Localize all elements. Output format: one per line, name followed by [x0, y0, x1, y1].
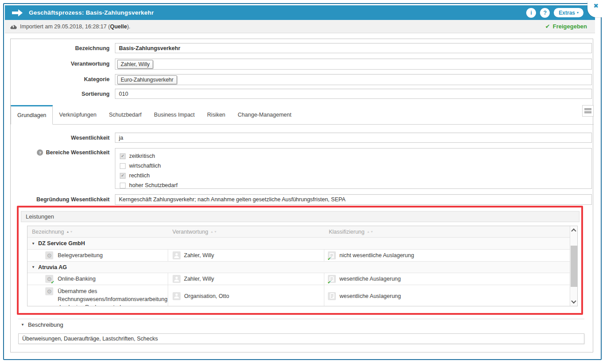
page-title: Geschäftsprozess: Basis-Zahlungsverkehr — [29, 9, 154, 16]
sort-asc-icon[interactable]: ▲ — [66, 230, 69, 233]
classification-doc-icon: ✔ — [328, 251, 336, 259]
close-icon[interactable]: ✖ — [593, 2, 599, 9]
geschaeftsprozess-dialog: Geschäftsprozess: Basis-Zahlungsverkehr … — [5, 5, 595, 356]
verantwortung-label: Verantwortung — [11, 61, 110, 67]
help-icon[interactable]: ? — [540, 8, 550, 18]
info-icon[interactable]: i — [526, 8, 536, 18]
table-row[interactable]: ⚙ Belegverarbeitung Zahler, Willy — [28, 250, 570, 262]
table-scrollbar[interactable] — [570, 226, 577, 306]
check-icon: ✔ — [545, 23, 550, 30]
checkbox-row-wirtschaftlich: wirtschaftlich — [120, 161, 587, 171]
green-check-icon: ✔ — [327, 256, 331, 261]
bereiche-label-row: ? Bereiche Wesentlichkeit — [11, 149, 110, 156]
beschreibung-title: Beschreibung — [28, 321, 63, 328]
beschreibung-toggle[interactable]: ▼ Beschreibung — [21, 321, 63, 328]
checkbox-row-zeitkritisch: ✔ zeitkritisch — [120, 151, 587, 161]
group-row-dz-service[interactable]: ▼ DZ Service GmbH — [28, 238, 570, 250]
bereiche-checkbox-group: ✔ zeitkritisch wirtschaftlich ✔ rechtlic… — [115, 148, 592, 189]
release-status-label: Freigegeben — [553, 23, 587, 30]
status-badge: ✔ Freigegeben — [545, 23, 587, 30]
tab-change-management[interactable]: Change-Management — [232, 105, 298, 124]
import-text: Importiert am 29.05.2018, 16:28:17 (Quel… — [20, 23, 130, 30]
cloud-upload-icon — [10, 24, 17, 29]
column-header-verantwortung[interactable]: Verantwortung ▲▼ — [168, 226, 324, 237]
extras-button[interactable]: Extras ▾ — [554, 8, 583, 17]
collapse-icon[interactable]: ▼ — [32, 265, 35, 269]
extras-label: Extras — [559, 10, 575, 16]
green-check-icon: ✔ — [51, 280, 55, 285]
sortierung-label: Sortierung — [11, 91, 110, 97]
import-status-bar: Importiert am 29.05.2018, 16:28:17 (Quel… — [5, 20, 595, 33]
checkbox-label: wirtschaftlich — [129, 163, 161, 169]
kategorie-label: Kategorie — [11, 76, 110, 82]
sort-desc-icon[interactable]: ▼ — [370, 230, 373, 233]
person-icon — [173, 275, 181, 283]
scroll-down-icon[interactable] — [571, 298, 576, 303]
titlebar: Geschäftsprozess: Basis-Zahlungsverkehr … — [5, 5, 595, 20]
checkbox-row-hoher-schutzbedarf: hoher Schutzbedarf — [120, 180, 587, 190]
classification-doc-icon: ✔ — [328, 275, 336, 283]
collapse-icon: ▼ — [21, 323, 24, 327]
verantwortung-chip[interactable]: Zahler, Willy — [117, 60, 153, 69]
question-icon[interactable]: ? — [37, 149, 43, 156]
sortierung-input[interactable]: 010 — [115, 89, 592, 99]
service-gear-icon: ⚙✔ — [45, 275, 53, 283]
person-icon — [173, 292, 181, 300]
collapse-icon[interactable]: ▼ — [32, 242, 35, 246]
classification-doc-icon — [328, 292, 336, 300]
column-header-klassifizierung[interactable]: Klassifizierung ▲▼ — [324, 226, 570, 237]
tab-grundlagen[interactable]: Grundlagen — [11, 105, 53, 125]
sort-asc-icon[interactable]: ▲ — [367, 230, 370, 233]
content-panel: Bezeichnung Basis-Zahlungsverkehr Verant… — [10, 39, 593, 352]
checkbox-wirtschaftlich[interactable] — [120, 163, 126, 169]
table-row[interactable]: ⚙ Übernahme des Rechnungswesens/Informat… — [28, 285, 570, 306]
person-icon — [173, 251, 181, 259]
begruendung-input[interactable]: Kerngeschäft Zahlungsverkehr; nach Annah… — [115, 194, 592, 205]
column-header-bezeichnung[interactable]: Bezeichnung ▲▼ — [28, 226, 168, 237]
kategorie-field[interactable]: Euro-Zahlungsverkehr — [115, 74, 592, 85]
quelle-link[interactable]: Quelle — [110, 23, 127, 30]
app-window: Geschäftsprozess: Basis-Zahlungsverkehr … — [0, 0, 603, 364]
leistungen-table: Bezeichnung ▲▼ Verantwortung ▲▼ Klassifi… — [27, 226, 578, 306]
tab-verknuepfungen[interactable]: Verknüpfungen — [53, 105, 102, 124]
checkbox-label: zeitkritisch — [129, 153, 155, 159]
checkbox-hoher-schutzbedarf[interactable] — [120, 183, 126, 188]
tab-bar: Grundlagen Verknüpfungen Schutzbedarf Bu… — [11, 105, 594, 125]
tab-risiken[interactable]: Risiken — [201, 105, 232, 124]
service-gear-icon: ⚙ — [45, 251, 53, 259]
sort-desc-icon[interactable]: ▼ — [214, 230, 217, 233]
checkbox-row-rechtlich: ✔ rechtlich — [120, 171, 587, 180]
checkbox-label: rechtlich — [129, 172, 150, 179]
section-divider — [18, 319, 584, 319]
sort-desc-icon[interactable]: ▼ — [70, 230, 73, 233]
checkbox-zeitkritisch[interactable]: ✔ — [120, 153, 126, 159]
wesentlichkeit-label: Wesentlichkeit — [11, 135, 110, 141]
checkbox-label: hoher Schutzbedarf — [129, 182, 177, 188]
green-check-icon: ✔ — [327, 280, 331, 285]
bezeichnung-input[interactable]: Basis-Zahlungsverkehr — [115, 43, 592, 53]
table-row[interactable]: ⚙✔ Online-Banking Zahler, Willy — [28, 273, 570, 285]
list-menu-icon[interactable] — [582, 105, 594, 117]
process-arrow-icon — [11, 9, 24, 17]
sort-asc-icon[interactable]: ▲ — [210, 230, 213, 233]
scroll-up-icon[interactable] — [571, 228, 576, 233]
bereiche-label: Bereiche Wesentlichkeit — [46, 149, 110, 156]
verantwortung-field[interactable]: Zahler, Willy — [115, 59, 592, 70]
checkbox-rechtlich[interactable]: ✔ — [120, 173, 126, 179]
tab-business-impact[interactable]: Business Impact — [148, 105, 201, 124]
beschreibung-input[interactable]: Überweisungen, Daueraufträge, Lastschrif… — [18, 333, 584, 344]
table-header-row: Bezeichnung ▲▼ Verantwortung ▲▼ Klassifi… — [28, 226, 570, 238]
scrollbar-thumb[interactable] — [571, 246, 577, 287]
bezeichnung-label: Bezeichnung — [11, 45, 110, 51]
service-gear-icon: ⚙ — [45, 287, 53, 295]
tab-schutzbedarf[interactable]: Schutzbedarf — [102, 105, 148, 124]
leistungen-header: Leistungen — [21, 211, 579, 222]
chevron-down-icon: ▾ — [577, 11, 579, 15]
group-row-atruvia[interactable]: ▼ Atruvia AG — [28, 262, 570, 273]
begruendung-label: Begründung Wesentlichkeit — [11, 196, 110, 203]
kategorie-chip[interactable]: Euro-Zahlungsverkehr — [117, 75, 177, 84]
wesentlichkeit-input[interactable]: ja — [115, 133, 592, 143]
